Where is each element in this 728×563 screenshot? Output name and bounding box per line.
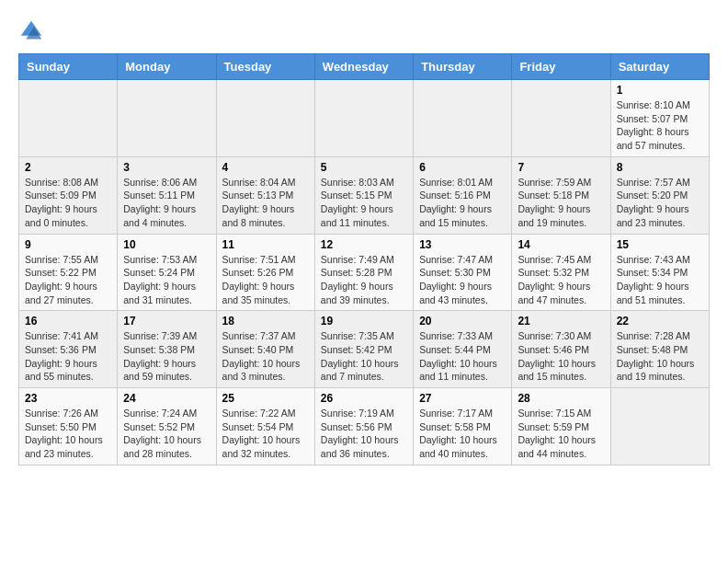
day-info: Sunrise: 7:41 AMSunset: 5:36 PMDaylight:… xyxy=(25,329,111,384)
calendar-cell: 1Sunrise: 8:10 AMSunset: 5:07 PMDaylight… xyxy=(610,80,709,157)
calendar-cell: 19Sunrise: 7:35 AMSunset: 5:42 PMDayligh… xyxy=(314,311,413,388)
calendar-cell: 16Sunrise: 7:41 AMSunset: 5:36 PMDayligh… xyxy=(19,311,118,388)
calendar-cell: 20Sunrise: 7:33 AMSunset: 5:44 PMDayligh… xyxy=(414,311,512,388)
day-number: 13 xyxy=(419,238,506,251)
calendar-cell: 7Sunrise: 7:59 AMSunset: 5:18 PMDaylight… xyxy=(512,156,610,234)
day-info: Sunrise: 7:19 AMSunset: 5:56 PMDaylight:… xyxy=(321,407,407,461)
day-info: Sunrise: 8:01 AMSunset: 5:16 PMDaylight:… xyxy=(419,176,506,230)
day-info: Sunrise: 8:10 AMSunset: 5:07 PMDaylight:… xyxy=(617,98,703,153)
calendar-cell: 8Sunrise: 7:57 AMSunset: 5:20 PMDaylight… xyxy=(610,156,709,234)
day-info: Sunrise: 8:06 AMSunset: 5:11 PMDaylight:… xyxy=(123,176,210,230)
calendar-week-1: 1Sunrise: 8:10 AMSunset: 5:07 PMDaylight… xyxy=(19,80,710,157)
day-number: 27 xyxy=(419,392,506,405)
calendar-cell: 10Sunrise: 7:53 AMSunset: 5:24 PMDayligh… xyxy=(118,234,216,311)
day-info: Sunrise: 7:43 AMSunset: 5:34 PMDaylight:… xyxy=(617,253,703,307)
calendar-cell: 23Sunrise: 7:26 AMSunset: 5:50 PMDayligh… xyxy=(19,388,118,465)
calendar-cell: 18Sunrise: 7:37 AMSunset: 5:40 PMDayligh… xyxy=(216,311,314,388)
day-info: Sunrise: 7:49 AMSunset: 5:28 PMDaylight:… xyxy=(321,253,407,307)
calendar-cell: 17Sunrise: 7:39 AMSunset: 5:38 PMDayligh… xyxy=(118,311,216,388)
calendar-cell: 24Sunrise: 7:24 AMSunset: 5:52 PMDayligh… xyxy=(118,388,216,465)
calendar: SundayMondayTuesdayWednesdayThursdayFrid… xyxy=(18,53,710,465)
day-number: 9 xyxy=(25,238,111,251)
day-number: 28 xyxy=(518,392,604,405)
calendar-cell: 14Sunrise: 7:45 AMSunset: 5:32 PMDayligh… xyxy=(512,234,610,311)
day-number: 11 xyxy=(222,238,309,251)
day-info: Sunrise: 7:17 AMSunset: 5:58 PMDaylight:… xyxy=(419,407,506,461)
calendar-week-2: 2Sunrise: 8:08 AMSunset: 5:09 PMDaylight… xyxy=(19,156,710,234)
day-info: Sunrise: 8:03 AMSunset: 5:15 PMDaylight:… xyxy=(321,176,407,230)
calendar-cell: 2Sunrise: 8:08 AMSunset: 5:09 PMDaylight… xyxy=(19,156,118,234)
weekday-header-friday: Friday xyxy=(512,54,610,80)
day-info: Sunrise: 7:37 AMSunset: 5:40 PMDaylight:… xyxy=(222,329,309,384)
calendar-cell: 15Sunrise: 7:43 AMSunset: 5:34 PMDayligh… xyxy=(610,234,709,311)
calendar-cell: 21Sunrise: 7:30 AMSunset: 5:46 PMDayligh… xyxy=(512,311,610,388)
day-info: Sunrise: 8:08 AMSunset: 5:09 PMDaylight:… xyxy=(25,176,111,230)
calendar-cell xyxy=(512,80,610,157)
calendar-header: SundayMondayTuesdayWednesdayThursdayFrid… xyxy=(19,54,710,80)
day-number: 22 xyxy=(617,315,703,327)
day-number: 8 xyxy=(617,161,703,174)
day-number: 23 xyxy=(25,392,111,405)
day-number: 21 xyxy=(518,315,604,327)
day-info: Sunrise: 7:47 AMSunset: 5:30 PMDaylight:… xyxy=(419,253,506,307)
calendar-cell: 6Sunrise: 8:01 AMSunset: 5:16 PMDaylight… xyxy=(414,156,512,234)
day-info: Sunrise: 7:39 AMSunset: 5:38 PMDaylight:… xyxy=(123,329,210,384)
day-number: 25 xyxy=(222,392,309,405)
day-info: Sunrise: 7:15 AMSunset: 5:59 PMDaylight:… xyxy=(518,407,604,461)
calendar-cell: 9Sunrise: 7:55 AMSunset: 5:22 PMDaylight… xyxy=(19,234,118,311)
day-info: Sunrise: 7:45 AMSunset: 5:32 PMDaylight:… xyxy=(518,253,604,307)
day-info: Sunrise: 7:22 AMSunset: 5:54 PMDaylight:… xyxy=(222,407,309,461)
day-number: 20 xyxy=(419,315,506,327)
weekday-header-wednesday: Wednesday xyxy=(314,54,413,80)
calendar-cell: 5Sunrise: 8:03 AMSunset: 5:15 PMDaylight… xyxy=(314,156,413,234)
day-number: 18 xyxy=(222,315,309,327)
day-number: 10 xyxy=(123,238,210,251)
day-info: Sunrise: 7:35 AMSunset: 5:42 PMDaylight:… xyxy=(321,329,407,384)
calendar-week-4: 16Sunrise: 7:41 AMSunset: 5:36 PMDayligh… xyxy=(19,311,710,388)
day-info: Sunrise: 7:24 AMSunset: 5:52 PMDaylight:… xyxy=(123,407,210,461)
day-number: 16 xyxy=(25,315,111,327)
calendar-cell: 13Sunrise: 7:47 AMSunset: 5:30 PMDayligh… xyxy=(414,234,512,311)
calendar-cell xyxy=(118,80,216,157)
weekday-header-saturday: Saturday xyxy=(610,54,709,80)
day-number: 12 xyxy=(321,238,407,251)
calendar-cell: 27Sunrise: 7:17 AMSunset: 5:58 PMDayligh… xyxy=(414,388,512,465)
day-number: 17 xyxy=(123,315,210,327)
calendar-week-3: 9Sunrise: 7:55 AMSunset: 5:22 PMDaylight… xyxy=(19,234,710,311)
day-info: Sunrise: 7:55 AMSunset: 5:22 PMDaylight:… xyxy=(25,253,111,307)
day-info: Sunrise: 7:53 AMSunset: 5:24 PMDaylight:… xyxy=(123,253,210,307)
calendar-cell: 4Sunrise: 8:04 AMSunset: 5:13 PMDaylight… xyxy=(216,156,314,234)
day-number: 26 xyxy=(321,392,407,405)
calendar-cell: 22Sunrise: 7:28 AMSunset: 5:48 PMDayligh… xyxy=(610,311,709,388)
day-number: 7 xyxy=(518,161,604,174)
day-info: Sunrise: 7:33 AMSunset: 5:44 PMDaylight:… xyxy=(419,329,506,384)
calendar-cell: 25Sunrise: 7:22 AMSunset: 5:54 PMDayligh… xyxy=(216,388,314,465)
calendar-cell xyxy=(610,388,709,465)
page-header xyxy=(18,18,710,44)
day-info: Sunrise: 7:26 AMSunset: 5:50 PMDaylight:… xyxy=(25,407,111,461)
calendar-cell xyxy=(19,80,118,157)
day-number: 2 xyxy=(25,161,111,174)
logo xyxy=(18,18,48,44)
calendar-week-5: 23Sunrise: 7:26 AMSunset: 5:50 PMDayligh… xyxy=(19,388,710,465)
calendar-cell: 3Sunrise: 8:06 AMSunset: 5:11 PMDaylight… xyxy=(118,156,216,234)
calendar-cell: 28Sunrise: 7:15 AMSunset: 5:59 PMDayligh… xyxy=(512,388,610,465)
day-number: 4 xyxy=(222,161,309,174)
calendar-cell xyxy=(314,80,413,157)
day-number: 1 xyxy=(617,84,703,97)
logo-icon xyxy=(18,18,44,44)
day-number: 6 xyxy=(419,161,506,174)
weekday-header-thursday: Thursday xyxy=(414,54,512,80)
day-info: Sunrise: 7:57 AMSunset: 5:20 PMDaylight:… xyxy=(617,176,703,230)
day-info: Sunrise: 7:30 AMSunset: 5:46 PMDaylight:… xyxy=(518,329,604,384)
calendar-cell: 26Sunrise: 7:19 AMSunset: 5:56 PMDayligh… xyxy=(314,388,413,465)
day-number: 19 xyxy=(321,315,407,327)
weekday-header-sunday: Sunday xyxy=(19,54,118,80)
day-number: 14 xyxy=(518,238,604,251)
day-number: 15 xyxy=(617,238,703,251)
calendar-cell: 12Sunrise: 7:49 AMSunset: 5:28 PMDayligh… xyxy=(314,234,413,311)
weekday-header-tuesday: Tuesday xyxy=(216,54,314,80)
day-info: Sunrise: 7:51 AMSunset: 5:26 PMDaylight:… xyxy=(222,253,309,307)
calendar-cell xyxy=(216,80,314,157)
day-number: 24 xyxy=(123,392,210,405)
